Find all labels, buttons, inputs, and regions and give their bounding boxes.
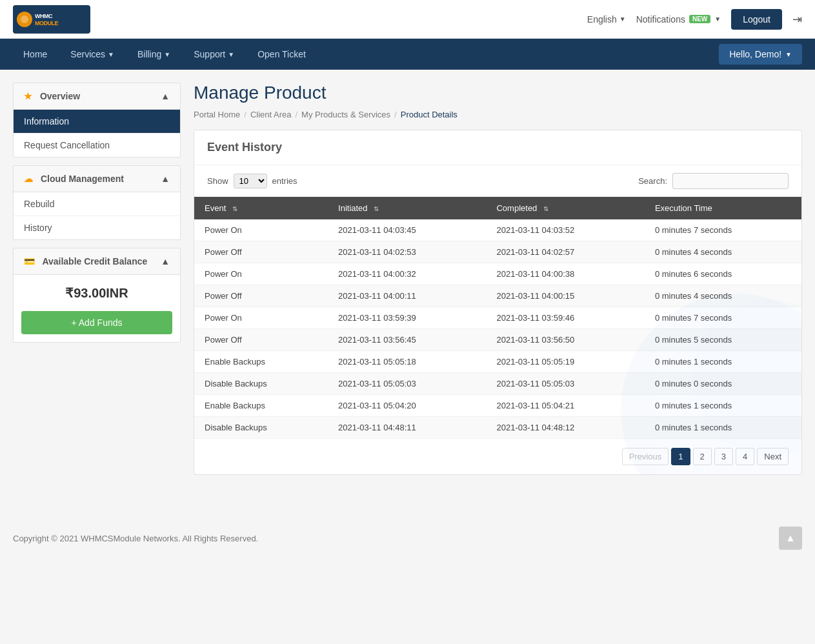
exit-icon[interactable]: ⇥	[792, 12, 802, 26]
col-completed[interactable]: Completed ⇅	[486, 197, 644, 219]
language-button[interactable]: English ▼	[587, 14, 626, 25]
sidebar-item-history[interactable]: History	[14, 216, 180, 239]
logo: WHMC MODULE	[13, 5, 90, 34]
table-cell-7-3: 0 minutes 0 seconds	[645, 373, 801, 395]
hello-button[interactable]: Hello, Demo! ▼	[719, 44, 802, 65]
table-row: Enable Backups2021-03-11 05:04:202021-03…	[194, 395, 801, 417]
nav-support[interactable]: Support ▼	[183, 40, 245, 68]
sidebar-cloud-header[interactable]: ☁ Cloud Management ▲	[14, 166, 180, 192]
table-cell-5-2: 2021-03-11 03:56:50	[486, 329, 644, 351]
sidebar-overview-header[interactable]: ★ Overview ▲	[14, 83, 180, 110]
table-cell-7-0: Disable Backups	[194, 373, 328, 395]
cloud-icon: ☁	[24, 174, 33, 184]
table-cell-1-2: 2021-03-11 04:02:57	[486, 241, 644, 263]
svg-text:MODULE: MODULE	[35, 20, 58, 26]
hello-label: Hello, Demo!	[729, 49, 781, 59]
breadcrumb-client-area[interactable]: Client Area	[250, 110, 292, 119]
credit-collapse-icon: ▲	[161, 256, 170, 267]
table-cell-8-2: 2021-03-11 05:04:21	[486, 395, 644, 417]
table-cell-4-2: 2021-03-11 03:59:46	[486, 307, 644, 329]
table-row: Enable Backups2021-03-11 05:05:182021-03…	[194, 351, 801, 373]
table-cell-6-2: 2021-03-11 05:05:19	[486, 351, 644, 373]
show-entries-select[interactable]: 10 25 50 100	[234, 174, 267, 188]
event-sort-icon: ⇅	[232, 205, 237, 212]
event-history-card: Event History Show 10 25 50 100 entries …	[194, 130, 802, 475]
svg-point-4	[21, 15, 28, 23]
nav-home[interactable]: Home	[13, 40, 57, 68]
breadcrumb-product-details: Product Details	[401, 110, 458, 119]
notifications-label: Notifications	[636, 14, 685, 25]
logout-button[interactable]: Logout	[731, 9, 782, 30]
back-to-top-button[interactable]: ▲	[779, 527, 802, 550]
overview-label: Overview	[40, 91, 80, 101]
sidebar-item-request-cancellation[interactable]: Request Cancellation	[14, 134, 180, 157]
event-table: Event ⇅ Initiated ⇅ Completed ⇅ Executio…	[194, 197, 801, 439]
top-bar: WHMC MODULE English ▼ Notifications NEW …	[0, 0, 815, 39]
services-chevron-icon: ▼	[108, 51, 114, 58]
pagination-page-4[interactable]: 4	[736, 448, 754, 465]
credit-icon: 💳	[24, 256, 35, 267]
table-cell-0-0: Power On	[194, 219, 328, 241]
pagination-previous[interactable]: Previous	[622, 448, 669, 465]
col-execution-time: Execution Time	[645, 197, 801, 219]
table-cell-5-1: 2021-03-11 03:56:45	[328, 329, 486, 351]
table-cell-7-1: 2021-03-11 05:05:03	[328, 373, 486, 395]
overview-collapse-icon: ▲	[161, 91, 170, 101]
table-cell-3-1: 2021-03-11 04:00:11	[328, 285, 486, 307]
breadcrumb-sep-3: /	[394, 110, 397, 119]
breadcrumb-sep-2: /	[295, 110, 297, 119]
nav-bar: Home Services ▼ Billing ▼ Support ▼ Open…	[0, 39, 815, 70]
pagination-page-3[interactable]: 3	[714, 448, 733, 465]
table-cell-7-2: 2021-03-11 05:05:03	[486, 373, 644, 395]
search-input[interactable]	[672, 173, 789, 189]
pagination-next[interactable]: Next	[757, 448, 789, 465]
table-cell-4-3: 0 minutes 7 seconds	[645, 307, 801, 329]
sidebar-credit-header[interactable]: 💳 Available Credit Balance ▲	[14, 248, 180, 275]
credit-amount: ₹93.00INR	[14, 275, 180, 311]
table-cell-6-3: 0 minutes 1 seconds	[645, 351, 801, 373]
nav-services[interactable]: Services ▼	[60, 40, 125, 68]
table-cell-6-1: 2021-03-11 05:05:18	[328, 351, 486, 373]
event-history-title: Event History	[194, 130, 801, 165]
footer: Copyright © 2021 WHMCSModule Networks. A…	[0, 514, 815, 563]
table-cell-5-0: Power Off	[194, 329, 328, 351]
entries-label: entries	[272, 176, 297, 186]
table-cell-2-1: 2021-03-11 04:00:32	[328, 263, 486, 285]
table-cell-9-1: 2021-03-11 04:48:11	[328, 417, 486, 439]
lang-chevron-icon: ▼	[619, 15, 626, 23]
add-funds-button[interactable]: + Add Funds	[21, 311, 172, 334]
notifications-button[interactable]: Notifications NEW ▼	[636, 14, 721, 25]
table-cell-1-0: Power Off	[194, 241, 328, 263]
sidebar: ★ Overview ▲ Information Request Cancell…	[13, 83, 181, 350]
pagination-page-2[interactable]: 2	[693, 448, 712, 465]
table-header: Event ⇅ Initiated ⇅ Completed ⇅ Executio…	[194, 197, 801, 219]
col-event[interactable]: Event ⇅	[194, 197, 328, 219]
table-cell-2-3: 0 minutes 6 seconds	[645, 263, 801, 285]
nav-open-ticket[interactable]: Open Ticket	[247, 40, 316, 68]
table-cell-4-1: 2021-03-11 03:59:39	[328, 307, 486, 329]
table-cell-0-1: 2021-03-11 04:03:45	[328, 219, 486, 241]
sidebar-item-rebuild[interactable]: Rebuild	[14, 192, 180, 216]
table-row: Power Off2021-03-11 03:56:452021-03-11 0…	[194, 329, 801, 351]
table-row: Power On2021-03-11 03:59:392021-03-11 03…	[194, 307, 801, 329]
table-cell-5-3: 0 minutes 5 seconds	[645, 329, 801, 351]
table-cell-6-0: Enable Backups	[194, 351, 328, 373]
table-cell-8-3: 0 minutes 1 seconds	[645, 395, 801, 417]
pagination-page-1[interactable]: 1	[671, 448, 690, 465]
show-label: Show	[207, 176, 228, 186]
table-cell-3-2: 2021-03-11 04:00:15	[486, 285, 644, 307]
completed-sort-icon: ⇅	[543, 205, 548, 212]
col-initiated[interactable]: Initiated ⇅	[328, 197, 486, 219]
credit-label: Available Credit Balance	[42, 256, 147, 267]
show-entries-control: Show 10 25 50 100 entries	[207, 174, 297, 188]
breadcrumb-my-products[interactable]: My Products & Services	[301, 110, 390, 119]
notifications-badge: NEW	[689, 15, 710, 23]
breadcrumb-portal-home[interactable]: Portal Home	[194, 110, 240, 119]
table-cell-8-0: Enable Backups	[194, 395, 328, 417]
page-title: Manage Product	[194, 83, 802, 103]
sidebar-item-information[interactable]: Information	[14, 110, 180, 134]
table-row: Power Off2021-03-11 04:02:532021-03-11 0…	[194, 241, 801, 263]
nav-billing[interactable]: Billing ▼	[127, 40, 181, 68]
table-cell-0-2: 2021-03-11 04:03:52	[486, 219, 644, 241]
table-cell-4-0: Power On	[194, 307, 328, 329]
